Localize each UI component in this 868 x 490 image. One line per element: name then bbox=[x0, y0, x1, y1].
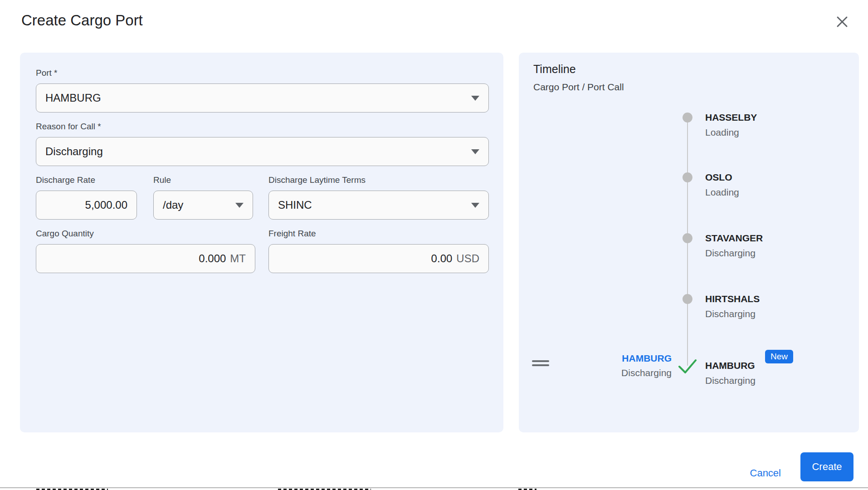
freight-rate-unit: USD bbox=[456, 252, 479, 265]
freight-rate-value: 0.00 bbox=[431, 252, 453, 265]
timeline-port-status: Loading bbox=[705, 127, 757, 138]
port-value: HAMBURG bbox=[45, 92, 101, 104]
dialog-bottom-edge bbox=[0, 487, 868, 488]
new-badge: New bbox=[765, 350, 793, 363]
timeline-item: OSLO Loading bbox=[705, 172, 739, 198]
check-icon bbox=[677, 358, 698, 375]
timeline-port-status: Loading bbox=[705, 186, 739, 198]
chevron-down-icon bbox=[471, 96, 479, 101]
cargo-quantity-label: Cargo Quantity bbox=[36, 229, 94, 239]
discharge-laytime-terms-label: Discharge Laytime Terms bbox=[268, 175, 366, 185]
create-button[interactable]: Create bbox=[800, 452, 853, 481]
timeline-dragged-item: HAMBURG Discharging bbox=[621, 353, 672, 379]
timeline-dot-icon bbox=[683, 294, 692, 304]
discharge-rate-label: Discharge Rate bbox=[36, 175, 95, 185]
rule-label: Rule bbox=[153, 175, 171, 185]
reason-for-call-label: Reason for Call * bbox=[36, 122, 101, 132]
dragged-port-name: HAMBURG bbox=[621, 353, 672, 364]
timeline-item: HIRTSHALS Discharging bbox=[705, 293, 760, 320]
cargo-quantity-value: 0.000 bbox=[199, 252, 226, 265]
cancel-button[interactable]: Cancel bbox=[750, 467, 781, 479]
timeline-port-status: Discharging bbox=[705, 247, 763, 259]
dialog-title: Create Cargo Port bbox=[21, 12, 143, 29]
timeline-port-status: Discharging bbox=[705, 375, 756, 387]
timeline-item: HASSELBY Loading bbox=[705, 112, 757, 138]
drag-handle-icon[interactable] bbox=[532, 360, 550, 368]
reason-for-call-value: Discharging bbox=[45, 145, 103, 158]
timeline-dot-icon bbox=[683, 113, 692, 122]
timeline-port-name: HAMBURG bbox=[705, 360, 756, 372]
chevron-down-icon bbox=[235, 203, 244, 208]
form-panel: Port * HAMBURG Reason for Call * Dischar… bbox=[20, 53, 503, 432]
rule-value: /day bbox=[163, 199, 183, 211]
discharge-rate-input[interactable]: 5,000.00 bbox=[36, 191, 137, 220]
timeline-title: Timeline bbox=[533, 63, 576, 76]
reason-for-call-select[interactable]: Discharging bbox=[36, 137, 489, 166]
timeline-dot-icon bbox=[683, 233, 692, 243]
create-cargo-port-dialog: Create Cargo Port Port * HAMBURG Reason … bbox=[0, 0, 868, 490]
chevron-down-icon bbox=[471, 149, 479, 154]
timeline-port-name: OSLO bbox=[705, 172, 739, 183]
cargo-quantity-unit: MT bbox=[230, 252, 246, 265]
freight-rate-label: Freight Rate bbox=[268, 229, 316, 239]
timeline-port-status: Discharging bbox=[705, 308, 760, 320]
chevron-down-icon bbox=[471, 203, 479, 208]
discharge-rate-value: 5,000.00 bbox=[85, 199, 127, 211]
timeline-item: HAMBURG Discharging bbox=[705, 360, 756, 387]
close-button[interactable] bbox=[833, 13, 851, 31]
port-select[interactable]: HAMBURG bbox=[36, 83, 489, 113]
discharge-laytime-terms-select[interactable]: SHINC bbox=[268, 191, 489, 220]
port-label: Port * bbox=[36, 68, 58, 78]
timeline-port-name: HIRTSHALS bbox=[705, 293, 760, 305]
timeline-dot-icon bbox=[683, 172, 692, 182]
timeline-port-name: STAVANGER bbox=[705, 232, 763, 244]
timeline-subtitle: Cargo Port / Port Call bbox=[533, 82, 624, 93]
timeline-port-name: HASSELBY bbox=[705, 112, 757, 123]
close-icon bbox=[835, 15, 849, 29]
discharge-laytime-terms-value: SHINC bbox=[278, 199, 312, 211]
cargo-quantity-input[interactable]: 0.000 MT bbox=[36, 244, 255, 273]
timeline-item: STAVANGER Discharging bbox=[705, 232, 763, 259]
timeline-panel: Timeline Cargo Port / Port Call HASSELBY… bbox=[519, 53, 859, 432]
rule-select[interactable]: /day bbox=[153, 191, 253, 220]
freight-rate-input[interactable]: 0.00 USD bbox=[268, 244, 489, 273]
dragged-port-status: Discharging bbox=[621, 367, 672, 379]
